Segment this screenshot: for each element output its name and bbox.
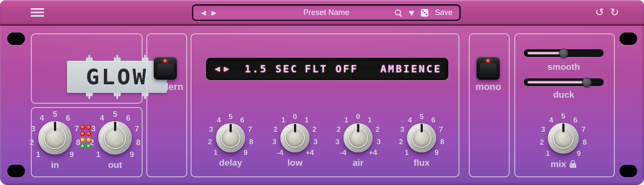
knob-pointer (54, 122, 56, 131)
lcd-display: ◀ ▶ 1.5 SEC FLT OFF AMBIENCE (206, 58, 448, 80)
level-meter (80, 125, 91, 149)
delay-label: delay (202, 158, 259, 168)
knob-scale-number: 7 (439, 125, 443, 134)
rack-hole (7, 33, 25, 45)
knob-scale-number: 2 (208, 138, 212, 146)
air-knob-group: -43210123+4air (329, 109, 387, 167)
lcd-prev-button[interactable]: ◀ (215, 66, 220, 72)
knob-scale-number: 3 (31, 124, 35, 133)
flux-knob[interactable] (407, 123, 436, 152)
duck-slider[interactable] (524, 78, 604, 86)
knob-scale-number: 3 (209, 125, 213, 134)
lcd-algorithm-value[interactable]: AMBIENCE (380, 63, 442, 75)
slider-fill (528, 52, 564, 54)
knob-pointer (357, 124, 359, 132)
delay-knob-group: 123456789delay (202, 109, 259, 167)
glow-plugin-window: ◀ ▶ Preset Name ♥ Save ↺ ↻ (0, 0, 644, 185)
knob-scale-number: 5 (228, 113, 232, 121)
save-button[interactable]: Save (435, 8, 453, 17)
slider-fill (528, 81, 587, 84)
knob-scale-number: 8 (583, 138, 586, 147)
lcd-next-button[interactable]: ▶ (224, 66, 229, 72)
mix-knob[interactable] (548, 123, 579, 154)
modern-button[interactable] (154, 57, 177, 80)
knob-scale-number: 5 (561, 112, 565, 121)
mono-section (469, 33, 510, 177)
redo-icon[interactable]: ↻ (610, 7, 619, 18)
knob-scale-number: 0 (356, 113, 360, 121)
rack-hole (620, 33, 637, 45)
meter-led-green (80, 144, 85, 149)
low-knob-group: -43210123+4low (266, 109, 324, 167)
knob-scale-number: 8 (76, 138, 80, 147)
delay-knob[interactable] (216, 123, 245, 152)
smooth-slider[interactable] (524, 49, 604, 57)
knob-scale-number: 2 (540, 138, 544, 147)
lcd-delay-time-value[interactable]: 1.5 SEC (245, 63, 298, 75)
knob-scale-number: -4 (340, 149, 346, 157)
knob-scale-number: 0 (293, 113, 297, 121)
favorite-icon[interactable]: ♥ (409, 8, 414, 18)
knob-scale-number: 9 (130, 150, 134, 159)
knob-pointer (562, 123, 565, 132)
knob-label-text: delay (219, 158, 242, 168)
air-knob[interactable] (343, 123, 373, 152)
meter-led-red (86, 131, 91, 136)
search-icon[interactable] (395, 9, 402, 17)
knob-scale-number: 3 (400, 125, 404, 134)
knob-scale-number: 5 (53, 110, 57, 119)
duck-slider-thumb[interactable] (582, 78, 592, 87)
knob-scale-number: 1 (281, 116, 285, 125)
knob-scale-number: 4 (39, 114, 44, 123)
menu-icon[interactable] (30, 8, 44, 17)
rack-hole (7, 165, 25, 177)
out-label: out (84, 160, 146, 170)
undo-icon[interactable]: ↺ (595, 7, 604, 18)
knob-scale-number: 1 (405, 149, 409, 157)
logo-tab (114, 57, 121, 61)
in-label: in (24, 160, 86, 170)
knob-scale-number: 4 (549, 116, 553, 125)
meter-led-red (86, 125, 91, 130)
mix-knob-group: 123456789mix (534, 109, 593, 168)
mono-led-icon (486, 59, 490, 63)
knob-scale-number: 8 (136, 138, 140, 147)
in-knob[interactable] (38, 121, 72, 155)
knob-scale-number: 5 (113, 110, 117, 119)
knob-scale-number: 9 (577, 149, 580, 158)
history-controls: ↺ ↻ (595, 0, 619, 24)
mix-label: mix (534, 159, 593, 169)
random-preset-icon[interactable] (421, 9, 428, 17)
knob-scale-number: +4 (369, 149, 377, 157)
knob-label-text: flux (413, 158, 429, 168)
knob-scale-number: 2 (337, 125, 340, 134)
modern-led-icon (164, 59, 167, 63)
lcd-filter-value[interactable]: FLT OFF (305, 63, 358, 75)
lcd-nav: ◀ ▶ (215, 59, 229, 79)
top-bar: ◀ ▶ Preset Name ♥ Save ↺ ↻ (0, 0, 644, 26)
duck-label: duck (514, 90, 613, 100)
preset-actions: ♥ Save (395, 8, 453, 18)
button-face (479, 63, 498, 78)
meter-led-red (80, 125, 85, 130)
knob-pointer (421, 124, 423, 132)
button-face (156, 63, 175, 78)
low-knob[interactable] (280, 123, 310, 152)
modern-section (146, 33, 187, 177)
knob-label-text: out (108, 160, 122, 170)
knob-scale-number: 2 (399, 138, 403, 146)
smooth-slider-thumb[interactable] (559, 48, 568, 58)
knob-scale-number: 6 (240, 116, 244, 125)
knob-scale-number: -4 (277, 149, 283, 157)
logo-text: GLOW (86, 65, 148, 90)
knob-scale-number: 9 (434, 149, 438, 157)
mono-button[interactable] (477, 57, 500, 80)
knob-scale-number: 1 (304, 116, 308, 125)
knob-scale-number: 1 (546, 149, 550, 158)
faceplate: GLOW modern mono ◀ ▶ 1.5 SEC FLT OFF AMB… (0, 26, 644, 185)
flux-label: flux (393, 158, 450, 168)
meter-led-red (80, 131, 85, 136)
knob-scale-number: +4 (306, 149, 314, 157)
out-knob[interactable] (98, 121, 132, 155)
out-knob-group: 123456789out (84, 107, 146, 169)
